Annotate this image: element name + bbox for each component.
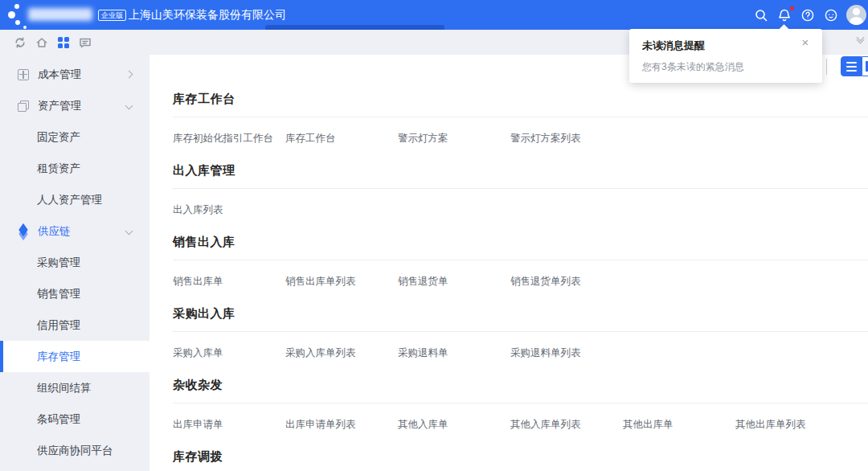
menu-link[interactable]: 采购退料单列表 — [510, 347, 623, 359]
sidebar-item-supplier-collaboration[interactable]: 供应商协同平台 — [0, 435, 149, 466]
sidebar-item-asset-management[interactable]: 资产管理 — [0, 90, 149, 121]
sidebar-item-procurement-management[interactable]: 采购管理 — [0, 247, 149, 278]
sidebar-item-label: 销售管理 — [37, 287, 80, 301]
menu-link[interactable]: 出库申请单列表 — [285, 419, 398, 431]
section-links: 库存初始化指引工作台库存工作台警示灯方案警示灯方案列表 — [173, 133, 868, 145]
header-actions — [753, 0, 866, 30]
sidebar-item-label: 库存管理 — [37, 350, 80, 364]
section-divider — [173, 117, 868, 117]
sidebar-item-label: 供应链 — [38, 224, 71, 239]
toolbar-divider — [826, 59, 827, 75]
brand-logo — [28, 8, 92, 21]
menu-section: 销售出入库销售出库单销售出库单列表销售退货单销售退货单列表 — [173, 233, 868, 288]
sidebar-item-fixed-assets[interactable]: 固定资产 — [0, 121, 149, 153]
grid-icon — [18, 69, 29, 80]
help-icon[interactable] — [800, 7, 816, 23]
sync-icon[interactable] — [13, 35, 27, 49]
section-title: 库存调拨 — [173, 448, 868, 465]
home-icon[interactable] — [35, 35, 48, 49]
menu-link[interactable]: 警示灯方案 — [398, 133, 510, 145]
menu-link[interactable]: 销售出库单 — [173, 276, 285, 288]
card-view-button[interactable] — [862, 56, 868, 76]
edition-badge: 企业版 — [98, 10, 126, 21]
menu-section: 库存工作台库存初始化指引工作台库存工作台警示灯方案警示灯方案列表 — [173, 90, 868, 145]
menu-section: 出入库管理出入库列表 — [173, 162, 868, 216]
sidebar-item-label: 信用管理 — [37, 318, 80, 333]
section-divider — [173, 331, 868, 332]
section-links: 出入库列表 — [173, 204, 868, 216]
notification-popup: 未读消息提醒 您有3条未读的紧急消息 — [629, 29, 822, 83]
app-header: 企业版 上海山美环保装备股份有限公司 — [0, 0, 868, 30]
search-icon[interactable] — [753, 7, 769, 23]
section-title: 采购出入库 — [173, 305, 868, 322]
menu-link[interactable]: 采购退料单 — [398, 347, 510, 359]
menu-section: 杂收杂发出库申请单出库申请单列表其他入库单其他入库单列表其他出库单其他出库单列表 — [173, 376, 868, 431]
section-links: 销售出库单销售出库单列表销售退货单销售退货单列表 — [173, 276, 868, 288]
main-content: 库存工作台库存初始化指引工作台库存工作台警示灯方案警示灯方案列表出入库管理出入库… — [149, 55, 868, 471]
menu-link[interactable]: 其他出库单 — [623, 419, 735, 431]
sidebar-item-label: 人人资产管理 — [37, 193, 102, 207]
sidebar-item-label: 条码管理 — [37, 412, 80, 427]
menu-link[interactable]: 采购入库单列表 — [285, 347, 398, 359]
section-divider — [173, 260, 868, 260]
notification-title: 未读消息提醒 — [642, 39, 809, 53]
close-icon[interactable] — [800, 37, 811, 48]
apps-grid-icon[interactable] — [56, 35, 70, 49]
section-title: 销售出入库 — [173, 233, 868, 251]
sidebar-item-inter-org-settlement[interactable]: 组织间结算 — [0, 372, 149, 403]
section-title: 杂收杂发 — [173, 376, 868, 394]
menu-link[interactable]: 销售出库单列表 — [285, 276, 398, 288]
sidebar-item-sales-management[interactable]: 销售管理 — [0, 278, 149, 309]
menu-link[interactable]: 销售退货单 — [398, 276, 510, 288]
message-icon[interactable] — [78, 35, 92, 49]
avatar[interactable] — [846, 5, 866, 25]
list-view-button[interactable] — [841, 56, 862, 76]
chevron-right-icon — [125, 71, 133, 79]
menu-link[interactable]: 其他入库单 — [398, 419, 510, 431]
chevron-down-icon — [125, 227, 133, 236]
bell-icon[interactable] — [776, 7, 792, 23]
support-icon[interactable] — [823, 7, 839, 23]
section-links: 采购入库单采购入库单列表采购退料单采购退料单列表 — [173, 347, 868, 359]
section-links: 出库申请单出库申请单列表其他入库单其他入库单列表其他出库单其他出库单列表 — [173, 419, 868, 431]
menu-section: 库存调拨 — [173, 448, 868, 471]
sidebar-item-label: 组织间结算 — [37, 381, 92, 395]
notification-body: 您有3条未读的紧急消息 — [642, 60, 809, 74]
chevron-down-icon — [125, 102, 133, 110]
sidebar-item-inventory-management[interactable]: 库存管理 — [0, 341, 149, 372]
sidebar-item-leased-assets[interactable]: 租赁资产 — [0, 153, 149, 184]
section-title: 出入库管理 — [173, 162, 868, 179]
menu-link[interactable]: 其他入库单列表 — [510, 419, 623, 431]
section-title: 库存工作台 — [173, 90, 868, 108]
section-divider — [173, 403, 868, 403]
sidebar-item-label: 资产管理 — [38, 99, 81, 113]
copy-icon — [18, 100, 29, 112]
brand-logo-dots — [5, 2, 29, 28]
menu-section: 采购出入库采购入库单采购入库单列表采购退料单采购退料单列表 — [173, 305, 868, 359]
menu-link[interactable]: 其他出库单列表 — [735, 419, 848, 431]
menu-link[interactable]: 销售退货单列表 — [510, 276, 623, 288]
menu-link[interactable]: 库存工作台 — [285, 133, 398, 145]
sidebar-item-label: 租赁资产 — [37, 162, 80, 176]
sidebar-item-label: 固定资产 — [37, 130, 80, 145]
sidebar-item-cost-management[interactable]: 成本管理 — [0, 59, 149, 90]
menu-link[interactable]: 出库申请单 — [173, 419, 285, 431]
menu-link[interactable]: 出入库列表 — [173, 204, 285, 216]
unread-badge-dot — [790, 6, 794, 10]
double-chevron-down-icon[interactable] — [854, 35, 866, 49]
company-name[interactable]: 上海山美环保装备股份有限公司 — [129, 0, 286, 30]
menu-link[interactable]: 警示灯方案列表 — [510, 133, 623, 145]
sidebar-item-supply-chain[interactable]: 供应链 — [0, 215, 149, 247]
active-tab-strip — [265, 25, 444, 30]
sidebar-item-people-asset-management[interactable]: 人人资产管理 — [0, 184, 149, 215]
sidebar-item-label: 成本管理 — [38, 68, 81, 82]
sidebar-item-label: 采购管理 — [37, 256, 80, 270]
sidebar-item-barcode-management[interactable]: 条码管理 — [0, 403, 149, 435]
menu-link[interactable]: 采购入库单 — [173, 347, 285, 359]
section-divider — [173, 188, 868, 189]
sidebar-item-label: 供应商协同平台 — [37, 444, 113, 458]
sidebar: 成本管理资产管理固定资产租赁资产人人资产管理供应链采购管理销售管理信用管理库存管… — [0, 55, 149, 471]
sidebar-item-credit-management[interactable]: 信用管理 — [0, 309, 149, 341]
menu-link[interactable]: 库存初始化指引工作台 — [173, 133, 285, 145]
layers-icon — [18, 226, 29, 237]
